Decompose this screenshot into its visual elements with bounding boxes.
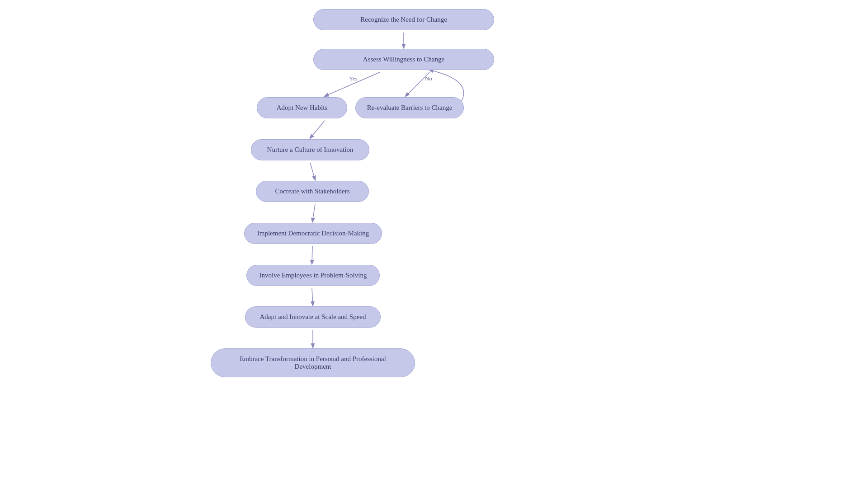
svg-text:No: No: [425, 75, 432, 82]
flowchart-svg: Yes No: [0, 0, 868, 488]
svg-line-1: [325, 72, 380, 96]
svg-line-8: [312, 246, 312, 264]
node-reevaluate-label: Re-evaluate Barriers to Change: [367, 104, 453, 112]
svg-line-5: [310, 121, 325, 138]
node-assess: Assess Willingness to Change: [313, 49, 494, 70]
node-cocreate-label: Cocreate with Stakeholders: [275, 188, 350, 195]
svg-text:Yes: Yes: [349, 75, 358, 82]
node-adapt-label: Adapt and Innovate at Scale and Speed: [260, 313, 366, 321]
svg-line-7: [312, 204, 315, 222]
node-involve: Involve Employees in Problem-Solving: [246, 265, 380, 286]
node-nurture-label: Nurture a Culture of Innovation: [267, 146, 354, 154]
node-adopt: Adopt New Habits: [257, 97, 347, 118]
node-nurture: Nurture a Culture of Innovation: [251, 139, 369, 160]
node-embrace-label: Embrace Transformation in Personal and P…: [222, 355, 404, 371]
node-implement: Implement Democratic Decision-Making: [244, 223, 382, 244]
node-reevaluate: Re-evaluate Barriers to Change: [355, 97, 464, 118]
flowchart-container: Yes No Recognize the Need for Change Ass…: [0, 0, 868, 488]
node-adopt-label: Adopt New Habits: [277, 104, 328, 112]
svg-line-6: [310, 163, 315, 180]
node-recognize-label: Recognize the Need for Change: [360, 16, 447, 23]
node-embrace: Embrace Transformation in Personal and P…: [211, 348, 415, 377]
node-cocreate: Cocreate with Stakeholders: [256, 181, 369, 202]
node-adapt: Adapt and Innovate at Scale and Speed: [245, 306, 381, 328]
svg-line-3: [406, 72, 429, 96]
node-recognize: Recognize the Need for Change: [313, 9, 494, 30]
node-assess-label: Assess Willingness to Change: [363, 56, 444, 63]
node-implement-label: Implement Democratic Decision-Making: [257, 230, 369, 237]
node-involve-label: Involve Employees in Problem-Solving: [259, 272, 367, 279]
svg-line-9: [312, 288, 313, 305]
